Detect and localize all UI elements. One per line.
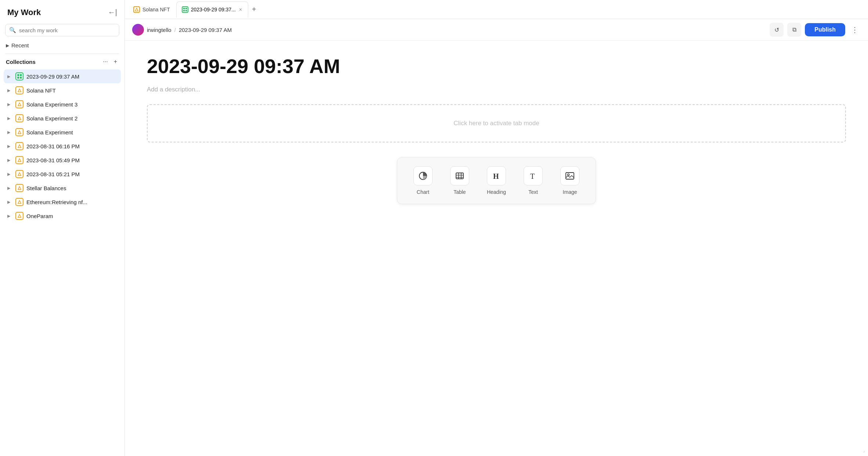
tab-close-button[interactable]: × — [238, 7, 243, 12]
svg-marker-13 — [18, 214, 21, 217]
sidebar-item-oneparam[interactable]: ▶OneParam — [4, 209, 121, 223]
chevron-icon: ▶ — [7, 144, 12, 149]
sidebar-item-solana-exp-3[interactable]: ▶Solana Experiment 3 — [4, 97, 121, 111]
image-label: Image — [563, 189, 577, 195]
chevron-icon: ▶ — [7, 102, 12, 107]
recent-label[interactable]: ▶ Recent — [6, 42, 119, 48]
tab-label: 2023-09-29 09:37... — [191, 7, 236, 12]
svg-rect-16 — [185, 8, 187, 9]
sidebar-collapse-button[interactable]: ←| — [106, 7, 119, 18]
sidebar-item-label: Solana Experiment — [26, 129, 117, 135]
insert-table[interactable]: Table — [441, 163, 478, 199]
tab-solana-nft[interactable]: Solana NFT — [128, 1, 176, 18]
header-actions: ↺ ⧉ Publish ⋮ — [770, 23, 861, 37]
insert-heading[interactable]: HHeading — [478, 163, 515, 199]
search-box: 🔍 — [5, 24, 119, 36]
sidebar-item-label: 2023-08-31 05:21 PM — [26, 171, 117, 177]
insert-text[interactable]: TText — [515, 163, 551, 199]
svg-marker-11 — [18, 187, 21, 189]
insert-image[interactable]: Image — [551, 163, 588, 199]
more-options-button[interactable]: ⋮ — [849, 24, 861, 36]
chevron-icon: ▶ — [7, 74, 12, 79]
insert-toolbar: ChartTableHHeadingTTextImage — [397, 157, 596, 204]
svg-rect-1 — [20, 74, 22, 76]
sidebar-item-solana-exp[interactable]: ▶Solana Experiment — [4, 125, 121, 139]
svg-marker-10 — [18, 173, 21, 175]
document-description[interactable]: Add a description... — [147, 86, 846, 93]
collections-add-button[interactable]: + — [112, 58, 119, 66]
search-icon: 🔍 — [9, 27, 16, 33]
search-container: 🔍 — [0, 22, 124, 40]
chevron-icon: ▶ — [7, 186, 12, 191]
svg-marker-7 — [18, 131, 21, 134]
collections-more-button[interactable]: ··· — [101, 58, 109, 66]
avatar — [132, 24, 144, 36]
item-icon — [15, 184, 23, 192]
svg-rect-2 — [17, 77, 19, 79]
breadcrumb: irwingtello / 2023-09-29 09:37 AM — [132, 24, 232, 36]
sidebar-item-label: 2023-08-31 05:49 PM — [26, 157, 117, 163]
tab-bar: Solana NFT2023-09-29 09:37...×+ — [125, 0, 868, 19]
tab-current[interactable]: 2023-09-29 09:37...× — [176, 1, 248, 18]
chevron-icon: ▶ — [7, 88, 12, 93]
svg-rect-17 — [183, 10, 185, 11]
insert-chart[interactable]: Chart — [405, 163, 441, 199]
sidebar-item-stellar[interactable]: ▶Stellar Balances — [4, 181, 121, 195]
document-title[interactable]: 2023-09-29 09:37 AM — [147, 55, 846, 77]
publish-button[interactable]: Publish — [805, 23, 845, 36]
table-label: Table — [453, 189, 466, 195]
collections-header: Collections ··· + — [0, 56, 124, 68]
svg-rect-20 — [456, 173, 463, 179]
svg-marker-14 — [135, 8, 138, 11]
svg-text:T: T — [530, 172, 535, 180]
search-input[interactable] — [19, 27, 115, 33]
sidebar-item-label: 2023-09-29 09:37 AM — [26, 73, 117, 80]
tab-label: Solana NFT — [142, 7, 170, 12]
chevron-icon: ▶ — [7, 200, 12, 205]
svg-marker-4 — [18, 89, 21, 92]
chevron-icon: ▶ — [7, 158, 12, 163]
main-content: Solana NFT2023-09-29 09:37...×+ irwingte… — [125, 0, 868, 456]
chevron-icon: ▶ — [7, 214, 12, 218]
sidebar-item-label: Solana Experiment 2 — [26, 115, 117, 122]
chart-icon — [413, 166, 433, 185]
svg-marker-12 — [18, 200, 21, 203]
image-icon — [560, 166, 579, 185]
tab-add-button[interactable]: + — [249, 4, 259, 15]
sidebar-list: ▶2023-09-29 09:37 AM▶Solana NFT▶Solana E… — [0, 68, 124, 456]
sidebar-item-current[interactable]: ▶2023-09-29 09:37 AM — [4, 69, 121, 83]
collections-actions: ··· + — [101, 58, 119, 66]
sidebar-item-aug31-0521[interactable]: ▶2023-08-31 05:21 PM — [4, 167, 121, 181]
chevron-icon: ▶ — [7, 116, 12, 121]
sidebar-item-solana-exp-2[interactable]: ▶Solana Experiment 2 — [4, 111, 121, 125]
sidebar-item-ethereum[interactable]: ▶Ethereum:Retrieving nf... — [4, 195, 121, 209]
tab-mode-area[interactable]: Click here to activate tab mode — [147, 104, 846, 142]
breadcrumb-separator: / — [174, 27, 176, 33]
sidebar-item-solana-nft[interactable]: ▶Solana NFT — [4, 83, 121, 97]
recent-chevron-icon: ▶ — [6, 43, 9, 48]
sidebar: My Work ←| 🔍 ▶ Recent Collections ··· + … — [0, 0, 125, 456]
sidebar-header: My Work ←| — [0, 0, 124, 22]
sidebar-divider — [5, 54, 119, 54]
item-icon — [15, 156, 23, 164]
duplicate-button[interactable]: ⧉ — [787, 23, 801, 37]
sidebar-item-aug31-0549[interactable]: ▶2023-08-31 05:49 PM — [4, 153, 121, 167]
breadcrumb-user: irwingtello — [147, 27, 171, 33]
item-icon — [15, 114, 23, 122]
table-icon — [450, 166, 469, 185]
heading-label: Heading — [487, 189, 506, 195]
refresh-button[interactable]: ↺ — [770, 23, 784, 37]
svg-rect-15 — [183, 8, 185, 9]
svg-rect-0 — [17, 74, 19, 76]
sidebar-item-label: 2023-08-31 06:16 PM — [26, 143, 117, 149]
sidebar-item-aug31-1616[interactable]: ▶2023-08-31 06:16 PM — [4, 139, 121, 153]
item-icon — [15, 86, 23, 94]
svg-rect-27 — [566, 173, 574, 179]
document-content: 2023-09-29 09:37 AM Add a description...… — [125, 41, 868, 456]
tab-icon — [182, 6, 188, 13]
heading-icon: H — [487, 166, 506, 185]
tab-icon — [133, 6, 140, 13]
sidebar-item-label: Stellar Balances — [26, 185, 117, 191]
svg-point-28 — [568, 174, 569, 176]
resize-handle[interactable]: ⌟ — [863, 448, 865, 453]
